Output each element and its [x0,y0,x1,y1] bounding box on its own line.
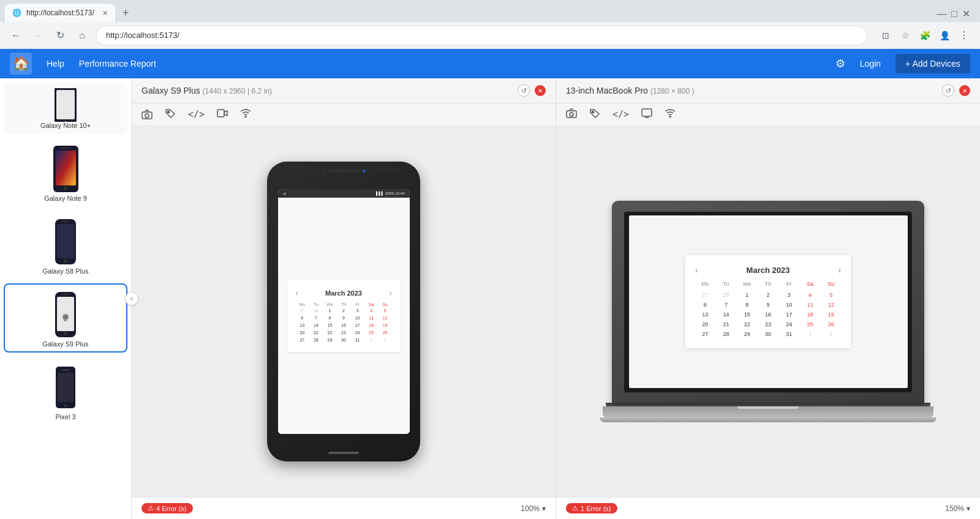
maximize-icon[interactable]: □ [951,9,957,20]
panel-title-s9: Galaxy S9 Plus (1440 x 2960 | 6.2 in) [141,85,272,96]
svg-point-22 [64,404,67,407]
device-title-mac-text: 13-inch MacBook Pro [566,86,650,95]
sidebar-item-galaxy-s8-plus[interactable]: Galaxy S8 Plus [4,211,127,280]
rotate-button-mac[interactable]: ↺ [942,84,954,97]
close-window-icon[interactable]: ✕ [962,8,970,20]
zoom-value-s9: 100% [521,504,540,513]
device-thumb [49,215,83,267]
home-button[interactable]: ⌂ [74,27,91,44]
nav-bar: ← → ↻ ⌂ http://localhost:5173/ ⊡ ☆ 🧩 👤 ⋮ [0,22,980,49]
zoom-control-mac[interactable]: 150% ▾ [945,504,970,513]
browser-tab[interactable]: 🌐 http://localhost:5173/ ✕ [5,4,115,22]
svg-rect-33 [642,109,652,116]
menu-icon[interactable]: ⋮ [956,27,973,44]
app-header: 🏠 Help Performance Report ⚙ Login + Add … [0,49,980,78]
tool-monitor-mac[interactable] [641,108,652,121]
favorites-icon[interactable]: ☆ [897,27,914,44]
device-specs-text: (1440 x 2960 | 6.2 in) [203,87,272,95]
back-button[interactable]: ← [7,27,24,44]
zoom-control-s9[interactable]: 100% ▾ [521,504,546,513]
cast-icon[interactable]: ⊡ [877,27,894,44]
browser-chrome: 🌐 http://localhost:5173/ ✕ + — □ ✕ ← → ↻… [0,0,980,49]
cal-next-s9[interactable]: › [390,289,392,297]
device-title-text: Galaxy S9 Plus [141,86,203,95]
zoom-chevron-mac: ▾ [967,504,970,513]
forward-button[interactable]: → [29,27,47,44]
profile-icon[interactable]: 👤 [936,27,953,44]
svg-point-31 [570,113,573,116]
device-name: Pixel 3 [55,413,75,420]
svg-marker-28 [224,111,227,116]
device-name: Galaxy S9 Plus [42,340,88,348]
panel-header-mac: 13-inch MacBook Pro (1280 × 800 ) ↺ ✕ [556,78,980,103]
svg-rect-21 [58,373,74,402]
device-thumb: 9 [49,288,83,340]
close-button-mac[interactable]: ✕ [959,85,970,96]
cal-prev-mac[interactable]: ‹ [695,265,698,275]
svg-rect-1 [56,90,75,119]
sidebar-collapse-button[interactable]: ‹ [125,292,138,305]
device-name: Galaxy S8 Plus [42,267,88,275]
sidebar-item-galaxy-s9-plus[interactable]: 9 Galaxy S9 Plus [4,283,127,353]
svg-rect-8 [61,147,71,149]
cal-next-mac[interactable]: › [838,265,841,275]
tool-video[interactable] [217,109,228,120]
tool-wifi-mac[interactable] [665,109,676,120]
device-panels-container: Galaxy S9 Plus (1440 x 2960 | 6.2 in) ↺ … [132,78,980,519]
panel-controls-mac: ↺ ✕ [942,84,970,97]
toolbar-s9: </> [132,103,556,126]
sidebar-item-galaxy-note-9[interactable]: Galaxy Note 9 [4,138,127,207]
status-bar-s9: ⚠ 4 Error (s) 100% ▾ [132,497,556,519]
tab-close-icon[interactable]: ✕ [102,9,108,17]
error-icon-s9: ⚠ [148,504,154,512]
tool-code-mac[interactable]: </> [612,109,629,120]
sidebar-item-galaxy-note-10-plus[interactable]: Galaxy Note 10+ [4,83,127,134]
device-specs-mac-text: (1280 × 800 ) [650,87,695,95]
refresh-button[interactable]: ↻ [51,27,69,44]
macbook-mockup: ‹ March 2023 › Mo Tu We Th [600,201,937,422]
tool-code[interactable]: </> [188,109,205,120]
sidebar: Galaxy Note 10+ [0,78,132,519]
tool-tag[interactable] [165,108,176,121]
phone-mockup-s9: ↺ ▌▌▌ 100% 12:42 ‹ March 2023 [267,162,420,461]
rotate-button-s9[interactable]: ↺ [518,84,530,97]
close-button-s9[interactable]: ✕ [535,85,546,96]
device-thumb [49,88,83,122]
svg-point-26 [168,111,170,113]
panel-galaxy-s9-plus: Galaxy S9 Plus (1440 x 2960 | 6.2 in) ↺ … [132,78,556,519]
device-name: Galaxy Note 9 [44,195,87,202]
panel-header-s9: Galaxy S9 Plus (1440 x 2960 | 6.2 in) ↺ … [132,78,556,103]
nav-performance-link[interactable]: Performance Report [79,59,156,69]
zoom-value-mac: 150% [945,504,964,513]
tool-tag-mac[interactable] [589,108,600,121]
sidebar-item-pixel-3[interactable]: Pixel 3 [4,356,127,425]
tool-camera-mac[interactable] [566,108,577,121]
tool-camera[interactable] [141,110,153,119]
panel-title-mac: 13-inch MacBook Pro (1280 × 800 ) [566,85,694,96]
minimize-icon[interactable]: — [937,9,946,20]
content-area: Galaxy Note 10+ [0,78,980,519]
error-badge-mac[interactable]: ⚠ 1 Error (s) [566,503,617,513]
tab-title: http://localhost:5173/ [26,9,97,17]
svg-point-25 [145,114,149,118]
url-text: http://localhost:5173/ [106,31,179,40]
tab-bar: 🌐 http://localhost:5173/ ✕ + — □ ✕ [0,0,980,22]
new-tab-button[interactable]: + [118,4,134,22]
svg-rect-12 [61,221,70,222]
tool-wifi[interactable] [240,109,251,120]
login-button[interactable]: Login [860,59,881,69]
nav-help-link[interactable]: Help [47,59,64,69]
error-badge-s9[interactable]: ⚠ 4 Error (s) [141,503,193,513]
panel-macbook-pro: 13-inch MacBook Pro (1280 × 800 ) ↺ ✕ [556,78,980,519]
cal-prev-s9[interactable]: ‹ [296,289,298,297]
address-bar[interactable]: http://localhost:5173/ [96,26,867,45]
extension-icon[interactable]: 🧩 [916,27,933,44]
add-devices-button[interactable]: + Add Devices [895,54,970,73]
app-logo[interactable]: 🏠 [10,53,32,75]
error-count-mac: 1 Error (s) [581,505,611,512]
svg-rect-23 [61,369,70,371]
settings-button[interactable]: ⚙ [835,57,845,70]
svg-point-11 [64,260,67,263]
preview-mac: ‹ March 2023 › Mo Tu We Th [556,126,980,497]
device-thumb [49,143,83,195]
